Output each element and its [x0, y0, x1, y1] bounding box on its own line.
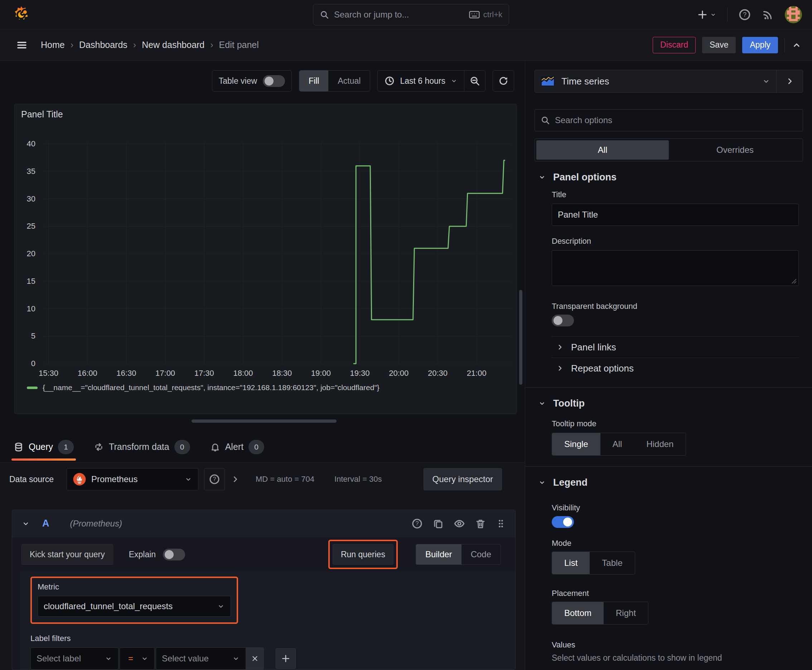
search-shortcut: ctrl+k: [469, 10, 502, 19]
chevron-down-icon[interactable]: [22, 519, 30, 528]
legend-series-label[interactable]: {__name__="cloudflared_tunnel_total_requ…: [42, 383, 380, 392]
query-help-icon[interactable]: ?: [411, 518, 423, 530]
query-card-header[interactable]: A (Prometheus) ?: [12, 510, 515, 537]
panel-title-input[interactable]: Panel Title: [552, 204, 799, 226]
operator-dropdown[interactable]: =: [120, 648, 155, 670]
help-icon: ?: [209, 474, 220, 485]
run-queries-highlight-annotation: Run queries: [328, 540, 398, 569]
grafana-logo-icon[interactable]: [12, 5, 31, 24]
chart-legend: {__name__="cloudflared_tunnel_total_requ…: [27, 383, 380, 392]
hide-query-icon[interactable]: [454, 518, 465, 530]
viz-suggestions-button[interactable]: [776, 70, 803, 92]
datasource-help-button[interactable]: ?: [204, 468, 225, 490]
filter-overrides-tab[interactable]: Overrides: [669, 140, 801, 160]
section-divider: [525, 466, 812, 467]
panel-options-header[interactable]: Panel options: [534, 170, 804, 184]
filter-all-tab[interactable]: All: [536, 140, 669, 160]
tab-alert[interactable]: Alert 0: [208, 431, 266, 463]
news-button[interactable]: [762, 8, 774, 21]
tooltip-hidden-option[interactable]: Hidden: [634, 433, 686, 455]
table-view-control: Table view: [212, 70, 292, 91]
refresh-button[interactable]: [493, 71, 514, 91]
table-view-toggle[interactable]: [263, 75, 285, 87]
kick-start-query-button[interactable]: Kick start your query: [22, 544, 113, 565]
legend-mode-list[interactable]: List: [552, 552, 590, 574]
chevron-down-icon: [217, 602, 225, 610]
chevron-right-icon: [556, 364, 564, 372]
description-textarea[interactable]: [552, 250, 799, 286]
fill-option[interactable]: Fill: [299, 71, 328, 91]
select-label-dropdown[interactable]: Select label: [31, 648, 119, 670]
tab-transform-data[interactable]: Transform data 0: [92, 431, 192, 463]
drag-handle-icon[interactable]: [496, 518, 506, 529]
query-ref-id[interactable]: A: [42, 518, 49, 529]
chevron-down-icon: [141, 655, 149, 663]
legend-placement-right[interactable]: Right: [603, 602, 648, 624]
breadcrumb-new-dashboard[interactable]: New dashboard: [142, 40, 204, 50]
legend-section-header[interactable]: Legend: [534, 475, 804, 490]
tab-query[interactable]: Query 1: [12, 431, 76, 463]
zoom-out-button[interactable]: [464, 71, 485, 91]
actual-option[interactable]: Actual: [328, 71, 370, 91]
tooltip-section-header[interactable]: Tooltip: [534, 396, 804, 411]
add-new-button[interactable]: [697, 9, 716, 20]
remove-filter-button[interactable]: [246, 648, 264, 670]
repeat-options-section[interactable]: Repeat options: [534, 358, 804, 379]
metric-select[interactable]: cloudflared_tunnel_total_requests: [37, 596, 231, 617]
datasource-picker[interactable]: Prometheus: [66, 468, 198, 490]
legend-placement-switch: Bottom Right: [552, 602, 648, 624]
tooltip-single-option[interactable]: Single: [552, 433, 600, 455]
chevron-down-icon: [450, 77, 458, 85]
tooltip-all-option[interactable]: All: [600, 433, 634, 455]
transparent-background-toggle[interactable]: [552, 315, 574, 327]
menu-icon[interactable]: [16, 39, 28, 51]
builder-option[interactable]: Builder: [416, 544, 461, 564]
resize-handle-icon[interactable]: [790, 278, 797, 284]
query-card: A (Prometheus) ? Kick start your query E…: [12, 510, 515, 670]
divider: [785, 38, 785, 52]
legend-visibility-toggle[interactable]: [552, 516, 574, 528]
chevron-down-icon: [538, 479, 546, 486]
explain-toggle[interactable]: [163, 549, 185, 560]
legend-values-hint: Select values or calculations to show in…: [552, 653, 804, 663]
delete-query-icon[interactable]: [475, 518, 486, 529]
chevron-down-icon: [762, 77, 770, 86]
search-input[interactable]: Search or jump to... ctrl+k: [313, 4, 509, 25]
legend-mode-switch: List Table: [552, 552, 635, 574]
breadcrumb-home[interactable]: Home: [41, 40, 65, 50]
help-button[interactable]: ?: [738, 8, 751, 21]
panel-view-toolbar: Table view Fill Actual Last 6 hours: [212, 70, 514, 91]
code-option[interactable]: Code: [461, 544, 500, 564]
panel-resize-handle[interactable]: [192, 420, 337, 423]
visualization-picker: Time series: [534, 70, 803, 93]
legend-visibility-label: Visibility: [552, 503, 804, 513]
query-toolbar: Kick start your query Explain Run querie…: [12, 537, 515, 572]
legend-mode-table[interactable]: Table: [590, 552, 634, 574]
panel-preview[interactable]: Panel Title 0510152025303540 15:3016:001…: [14, 104, 517, 414]
apply-button[interactable]: Apply: [742, 37, 778, 53]
avatar[interactable]: [785, 6, 802, 23]
collapse-header-button[interactable]: [791, 40, 802, 51]
visualization-select[interactable]: Time series: [535, 70, 776, 92]
query-count-badge: 1: [58, 440, 74, 454]
transparent-background-label: Transparent background: [552, 302, 804, 311]
duplicate-query-icon[interactable]: [433, 518, 444, 529]
breadcrumb-dashboards[interactable]: Dashboards: [79, 40, 127, 50]
time-range-button[interactable]: Last 6 hours: [378, 71, 464, 91]
save-button[interactable]: Save: [702, 37, 736, 53]
left-scrollbar[interactable]: [519, 290, 522, 385]
panel-links-section[interactable]: Panel links: [534, 337, 804, 357]
options-search-input[interactable]: Search options: [534, 109, 803, 131]
chevron-down-icon: [538, 173, 546, 181]
select-value-dropdown[interactable]: Select value: [156, 648, 246, 670]
run-queries-button[interactable]: Run queries: [332, 544, 393, 565]
chevron-right-icon: [556, 343, 564, 351]
time-series-chart[interactable]: [43, 142, 512, 364]
discard-button[interactable]: Discard: [653, 37, 696, 53]
refresh-control: [493, 70, 514, 91]
query-inspector-button[interactable]: Query inspector: [424, 468, 502, 490]
chevron-right-icon[interactable]: [231, 475, 240, 484]
add-filter-button[interactable]: [276, 648, 296, 669]
prometheus-icon: [73, 472, 86, 486]
legend-placement-bottom[interactable]: Bottom: [552, 602, 603, 624]
